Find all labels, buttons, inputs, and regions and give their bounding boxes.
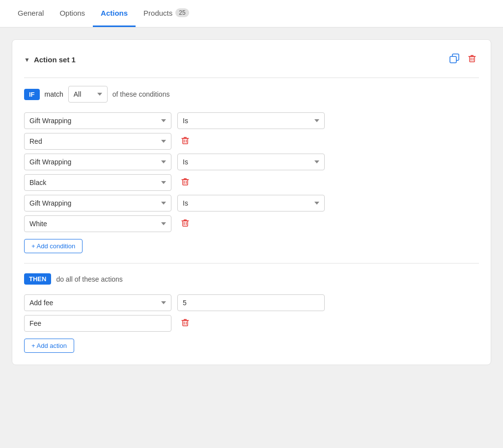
action-set-title[interactable]: ▼ Action set 1	[24, 55, 76, 64]
delete-condition-3-button[interactable]	[177, 216, 193, 232]
delete-condition-1-button[interactable]	[177, 133, 193, 150]
condition-3-type-select[interactable]: Gift Wrapping	[24, 195, 171, 211]
action-group-1: Add fee	[24, 294, 479, 332]
condition-3-top-row: Gift Wrapping Is Is not	[24, 195, 479, 211]
then-row: THEN do all of these actions	[24, 273, 479, 285]
condition-1-bottom-row: Red Black White	[24, 133, 479, 150]
svg-rect-2	[470, 56, 475, 62]
svg-rect-5	[183, 221, 188, 226]
action-card: ▼ Action set 1	[12, 39, 491, 365]
top-nav: General Options Actions Products 25	[0, 0, 503, 27]
condition-3-operator-select[interactable]: Is Is not	[177, 195, 325, 211]
nav-item-products[interactable]: Products 25	[136, 0, 197, 27]
condition-1-type-select[interactable]: Gift Wrapping	[24, 112, 171, 129]
conditions-label: of these conditions	[112, 90, 170, 98]
action-1-bottom-row	[24, 315, 479, 332]
condition-2-top-row: Gift Wrapping Is Is not	[24, 154, 479, 170]
add-condition-button[interactable]: + Add condition	[24, 239, 83, 253]
condition-group-3: Gift Wrapping Is Is not White Red Black	[24, 195, 479, 232]
delete-action-set-button[interactable]	[465, 52, 479, 68]
then-label: do all of these actions	[56, 275, 122, 283]
condition-2-type-select[interactable]: Gift Wrapping	[24, 154, 171, 170]
condition-1-operator-select[interactable]: Is Is not	[177, 112, 325, 129]
action-set-controls	[447, 52, 479, 68]
delete-condition-2-button[interactable]	[177, 175, 193, 191]
action-1-top-row: Add fee	[24, 294, 479, 311]
condition-1-value-select[interactable]: Red Black White	[24, 133, 171, 150]
action-1-label-input[interactable]	[24, 315, 171, 332]
then-badge: THEN	[24, 273, 51, 285]
match-select[interactable]: All Any	[68, 86, 108, 103]
trash-icon	[467, 55, 477, 65]
action-1-value-input[interactable]	[177, 294, 325, 311]
if-row: IF match All Any of these conditions	[24, 86, 479, 103]
svg-rect-1	[450, 56, 456, 63]
copy-action-set-button[interactable]	[447, 52, 461, 68]
chevron-down-icon: ▼	[24, 56, 30, 63]
condition-2-operator-select[interactable]: Is Is not	[177, 154, 325, 170]
copy-icon	[449, 55, 459, 65]
svg-rect-3	[183, 138, 188, 144]
nav-item-options[interactable]: Options	[52, 0, 93, 27]
condition-2-bottom-row: Black Red White	[24, 174, 479, 191]
nav-item-general[interactable]: General	[10, 0, 52, 27]
svg-rect-4	[183, 180, 188, 185]
action-set-label: Action set 1	[34, 55, 76, 64]
action-1-type-select[interactable]: Add fee	[24, 294, 171, 311]
match-label: match	[45, 90, 63, 98]
add-action-button[interactable]: + Add action	[24, 339, 74, 353]
if-badge: IF	[24, 89, 40, 100]
action-set-header: ▼ Action set 1	[24, 52, 479, 68]
condition-1-top-row: Gift Wrapping Is Is not	[24, 112, 479, 129]
condition-2-value-select[interactable]: Black Red White	[24, 174, 171, 191]
nav-item-actions[interactable]: Actions	[93, 0, 136, 27]
condition-group-1: Gift Wrapping Is Is not Red Black White	[24, 112, 479, 150]
svg-rect-6	[183, 320, 188, 326]
condition-group-2: Gift Wrapping Is Is not Black Red White	[24, 154, 479, 191]
condition-3-value-select[interactable]: White Red Black	[24, 215, 171, 232]
delete-action-1-button[interactable]	[177, 316, 193, 332]
products-badge: 25	[175, 8, 189, 17]
condition-3-bottom-row: White Red Black	[24, 215, 479, 232]
